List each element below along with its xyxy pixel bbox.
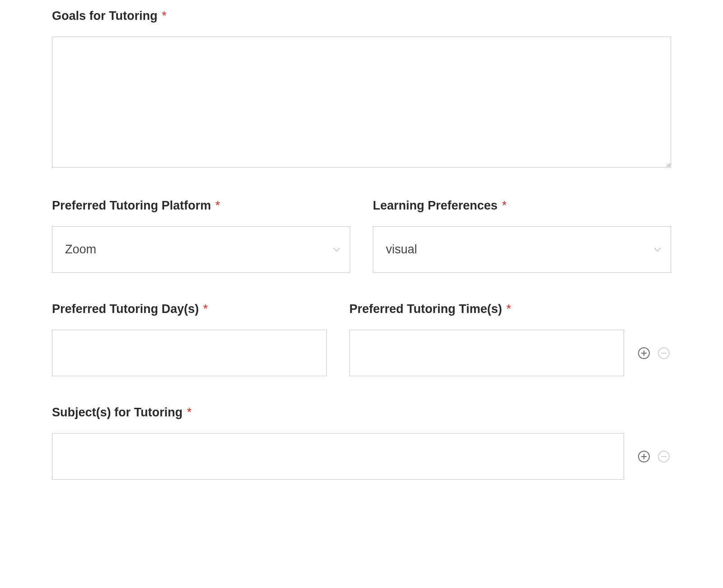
- learning-col: Learning Preferences * visual: [373, 199, 671, 273]
- times-input[interactable]: [349, 330, 624, 376]
- goals-textarea[interactable]: [52, 37, 671, 168]
- goals-label-text: Goals for Tutoring: [52, 9, 157, 23]
- minus-circle-icon: [657, 450, 670, 463]
- platform-col: Preferred Tutoring Platform * Zoom: [52, 199, 350, 273]
- required-marker: *: [203, 302, 208, 316]
- days-label-text: Preferred Tutoring Day(s): [52, 302, 199, 316]
- required-marker: *: [502, 199, 507, 212]
- learning-label: Learning Preferences *: [373, 199, 671, 213]
- required-marker: *: [507, 302, 512, 316]
- learning-select[interactable]: visual: [373, 226, 671, 273]
- subjects-input[interactable]: [52, 433, 624, 480]
- times-label: Preferred Tutoring Time(s) *: [349, 302, 624, 316]
- platform-learning-row: Preferred Tutoring Platform * Zoom Learn…: [52, 199, 671, 273]
- remove-row-button[interactable]: [657, 346, 671, 360]
- days-label: Preferred Tutoring Day(s) *: [52, 302, 327, 316]
- add-row-button[interactable]: [637, 346, 651, 360]
- goals-group: Goals for Tutoring *: [52, 9, 671, 169]
- platform-value: Zoom: [65, 243, 96, 257]
- required-marker: *: [187, 406, 192, 419]
- daytime-group: Preferred Tutoring Day(s) * Preferred Tu…: [52, 302, 671, 376]
- learning-select-wrap: visual: [373, 226, 671, 273]
- plus-circle-icon: [638, 347, 650, 359]
- days-input[interactable]: [52, 330, 327, 376]
- subjects-label-text: Subject(s) for Tutoring: [52, 406, 183, 419]
- platform-select-wrap: Zoom: [52, 226, 350, 273]
- required-marker: *: [162, 9, 167, 23]
- learning-label-text: Learning Preferences: [373, 199, 498, 212]
- daytime-controls: [637, 330, 671, 376]
- add-row-button[interactable]: [637, 449, 651, 464]
- minus-circle-icon: [657, 347, 670, 359]
- subjects-controls: [637, 433, 671, 480]
- required-marker: *: [216, 199, 221, 212]
- learning-value: visual: [386, 243, 417, 257]
- platform-select[interactable]: Zoom: [52, 226, 350, 273]
- subjects-row: [52, 433, 671, 480]
- platform-label-text: Preferred Tutoring Platform: [52, 199, 211, 212]
- plus-circle-icon: [638, 450, 650, 463]
- times-label-text: Preferred Tutoring Time(s): [349, 302, 502, 316]
- subjects-label: Subject(s) for Tutoring *: [52, 406, 671, 420]
- platform-label: Preferred Tutoring Platform *: [52, 199, 350, 213]
- subjects-group: Subject(s) for Tutoring *: [52, 406, 671, 480]
- remove-row-button[interactable]: [657, 449, 671, 464]
- goals-label: Goals for Tutoring *: [52, 9, 671, 23]
